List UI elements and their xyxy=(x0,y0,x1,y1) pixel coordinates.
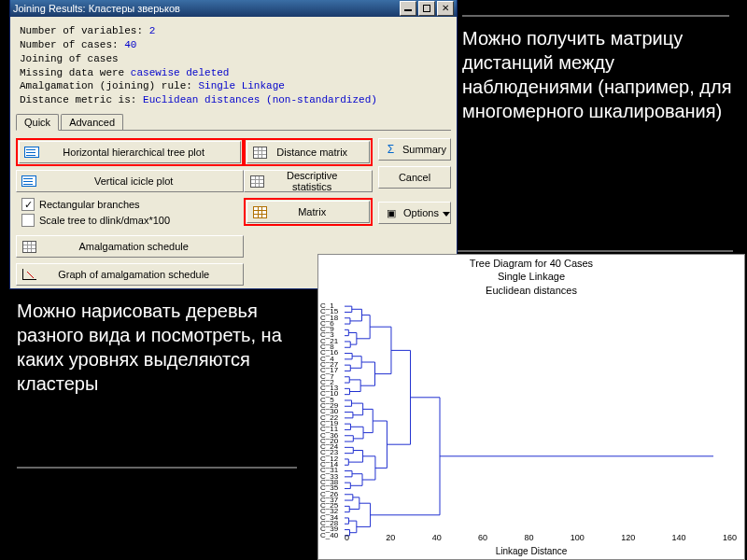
graph-amalgamation-button[interactable]: Graph of amalgamation schedule xyxy=(16,263,244,286)
grid-icon xyxy=(251,145,268,160)
vertical-icicle-plot-button[interactable]: Vertical icicle plot xyxy=(16,170,244,192)
options-button[interactable]: ▣ Options xyxy=(378,202,451,224)
minimize-icon xyxy=(404,9,412,12)
cancel-button[interactable]: Cancel xyxy=(378,166,451,189)
grid-icon xyxy=(21,239,37,254)
results-info: Number of variables: 2 Number of cases: … xyxy=(10,17,457,111)
chart-xaxis-ticks: 020406080100120140160 xyxy=(345,533,737,542)
summary-icon: Σ xyxy=(383,142,399,157)
options-icon: ▣ xyxy=(383,205,400,220)
grid-icon xyxy=(248,174,265,189)
tree-diagram-window: Tree Diagram for 40 Cases Single Linkage… xyxy=(317,254,745,560)
rule-top xyxy=(462,15,729,17)
distance-matrix-button[interactable]: Distance matrix xyxy=(247,141,370,163)
chevron-down-icon xyxy=(443,212,450,217)
maximize-button[interactable] xyxy=(418,1,435,16)
horizontal-tree-plot-button[interactable]: Horizontal hierarchical tree plot xyxy=(19,141,241,163)
scale-tree-checkbox[interactable]: Scale tree to dlink/dmax*100 xyxy=(21,214,244,227)
callout-trees: Можно нарисовать деревья разного вида и … xyxy=(17,299,306,396)
summary-button[interactable]: Σ Summary xyxy=(378,138,451,161)
sheet-icon xyxy=(23,145,40,160)
grid-color-icon xyxy=(251,204,268,219)
highlight-htreeplot: Horizontal hierarchical tree plot xyxy=(16,138,244,166)
slide-root: Можно получить матрицу дистанций между н… xyxy=(0,0,747,560)
matrix-button[interactable]: Matrix xyxy=(247,201,370,223)
chart-yaxis-labels: C_1C_15C_18C_6C_9C_3C_21C_8C_16C_4C_27C_… xyxy=(320,303,338,539)
maximize-icon xyxy=(423,5,430,12)
rule-bottom xyxy=(17,467,297,469)
sheet-icon xyxy=(21,174,37,189)
tab-quick[interactable]: Quick xyxy=(16,114,59,131)
descriptive-statistics-button[interactable]: Descriptive statistics xyxy=(244,170,373,192)
highlight-matrix: Matrix xyxy=(244,198,373,226)
chart-titles: Tree Diagram for 40 Cases Single Linkage… xyxy=(318,255,744,297)
window-title: Joining Results: Кластеры зверьков xyxy=(13,3,398,14)
close-button[interactable]: ✕ xyxy=(437,1,454,16)
chart-xlabel: Linkage Distance xyxy=(318,546,744,556)
graph-icon xyxy=(21,267,37,282)
highlight-distance-matrix: Distance matrix xyxy=(244,138,373,166)
minimize-button[interactable] xyxy=(400,1,416,16)
dendrogram-plot xyxy=(345,303,737,539)
callout-distance-matrix: Можно получить матрицу дистанций между н… xyxy=(462,26,733,123)
tab-advanced[interactable]: Advanced xyxy=(61,114,123,130)
amalgamation-schedule-button[interactable]: Amalgamation schedule xyxy=(16,235,244,258)
statistica-window: Joining Results: Кластеры зверьков ✕ Num… xyxy=(9,0,458,289)
rectangular-branches-checkbox[interactable]: ✓Rectangular branches xyxy=(21,198,244,211)
tabstrip: Quick Advanced xyxy=(16,113,451,131)
titlebar[interactable]: Joining Results: Кластеры зверьков ✕ xyxy=(10,0,457,17)
